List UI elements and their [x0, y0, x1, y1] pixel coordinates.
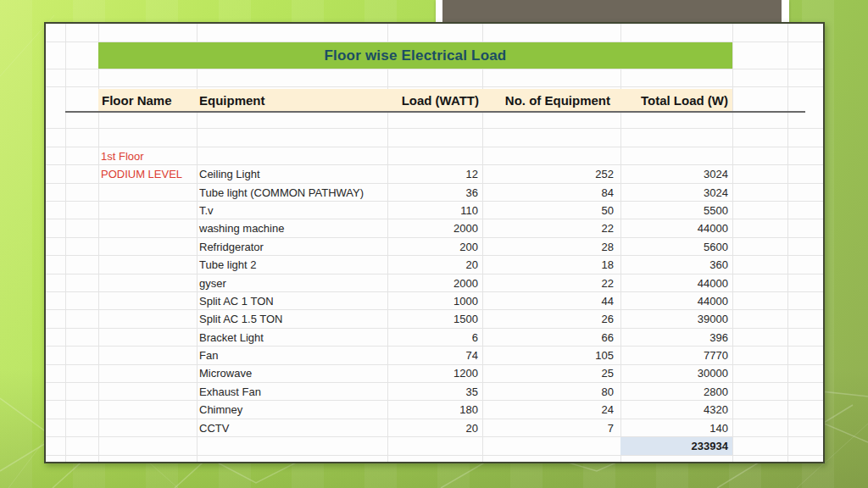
floor-cell	[98, 364, 197, 382]
table-row: CCTV207140	[98, 419, 732, 437]
total-cell: 30000	[620, 364, 732, 382]
table-row: Fan741057770	[98, 347, 732, 364]
header-floor-name: Floor Name	[98, 93, 197, 108]
slide-background: { "slide": { "title_placeholder": { "not…	[0, 0, 868, 488]
load-cell: 200	[387, 238, 482, 256]
count-cell	[482, 437, 620, 455]
table-row: gyser20002244000	[98, 274, 732, 292]
table-row: Bracket Light666396	[98, 329, 732, 347]
floor-cell	[98, 383, 197, 401]
load-cell: 6	[387, 329, 482, 347]
header-no-of-equipment: No. of Equipment	[482, 93, 620, 108]
table-rows: 1st FloorPODIUM LEVELCeiling Light122523…	[98, 147, 732, 456]
equipment-cell: T.v	[197, 202, 387, 219]
equipment-cell: Tube light 2	[197, 256, 387, 274]
total-cell: 140	[620, 419, 732, 437]
total-cell: 3024	[620, 165, 732, 183]
header-total-load: Total Load (W)	[620, 93, 732, 108]
equipment-cell: Tube light (COMMON PATHWAY)	[197, 184, 387, 202]
total-cell: 5500	[620, 202, 732, 219]
load-cell: 36	[387, 184, 482, 202]
floor-cell	[98, 437, 197, 455]
table-row: Exhaust Fan35802800	[98, 383, 732, 401]
table-title: Floor wise Electrical Load	[325, 47, 507, 64]
equipment-cell: Ceiling Light	[197, 165, 387, 183]
total-cell: 396	[620, 329, 732, 347]
gridline-horizontal	[46, 69, 823, 69]
total-cell: 44000	[620, 274, 732, 292]
title-placeholder-bar	[442, 0, 782, 23]
load-cell: 20	[387, 256, 482, 274]
table-row: PODIUM LEVELCeiling Light122523024	[98, 165, 732, 183]
header-underline	[65, 111, 805, 113]
floor-cell: 1st Floor	[98, 147, 197, 165]
count-cell: 24	[482, 401, 620, 419]
floor-cell	[98, 202, 197, 219]
load-cell: 1500	[387, 310, 482, 328]
equipment-cell	[197, 437, 387, 455]
total-cell: 4320	[620, 401, 732, 419]
load-cell: 1000	[387, 292, 482, 310]
floor-cell	[98, 184, 197, 202]
equipment-cell: Split AC 1.5 TON	[197, 310, 387, 328]
table-row: Tube light 22018360	[98, 256, 732, 274]
header-equipment: Equipment	[197, 93, 387, 108]
floor-cell	[98, 310, 197, 328]
load-cell: 35	[387, 383, 482, 401]
floor-cell	[98, 329, 197, 347]
count-cell: 252	[482, 165, 620, 183]
table-row: washing machine20002244000	[98, 219, 732, 237]
load-cell: 1200	[387, 364, 482, 382]
equipment-cell: gyser	[197, 274, 387, 292]
count-cell: 18	[482, 256, 620, 274]
total-cell: 7770	[620, 347, 732, 364]
count-cell: 22	[482, 274, 620, 292]
table-row: 1st Floor	[98, 147, 732, 165]
count-cell: 84	[482, 184, 620, 202]
load-cell: 2000	[387, 219, 482, 237]
load-cell	[387, 147, 482, 165]
table-row: Chimney180244320	[98, 401, 732, 419]
count-cell: 80	[482, 383, 620, 401]
total-cell: 233934	[620, 437, 732, 455]
count-cell: 7	[482, 419, 620, 437]
header-load-watt: Load (WATT)	[387, 93, 482, 108]
count-cell: 25	[482, 364, 620, 382]
table-row: Split AC 1.5 TON15002639000	[98, 310, 732, 328]
total-cell: 360	[620, 256, 732, 274]
equipment-cell: CCTV	[197, 419, 387, 437]
equipment-cell: Microwave	[197, 364, 387, 382]
table-row: Tube light (COMMON PATHWAY)36843024	[98, 184, 732, 202]
table-title-bar: Floor wise Electrical Load	[98, 42, 732, 69]
equipment-cell: washing machine	[197, 219, 387, 237]
equipment-cell	[197, 147, 387, 165]
count-cell: 105	[482, 347, 620, 364]
load-cell	[387, 437, 482, 455]
table-row: T.v110505500	[98, 202, 732, 219]
total-cell: 44000	[620, 292, 732, 310]
floor-cell	[98, 256, 197, 274]
total-cell: 5600	[620, 238, 732, 256]
floor-cell	[98, 238, 197, 256]
grand-total-row: 233934	[98, 437, 732, 455]
total-cell: 39000	[620, 310, 732, 328]
floor-cell	[98, 292, 197, 310]
table-row: Split AC 1 TON10004444000	[98, 292, 732, 310]
count-cell: 22	[482, 219, 620, 237]
load-cell: 180	[387, 401, 482, 419]
count-cell: 50	[482, 202, 620, 219]
total-cell: 44000	[620, 219, 732, 237]
spreadsheet-screenshot: Floor wise Electrical Load Floor Name Eq…	[44, 22, 825, 463]
floor-cell	[98, 401, 197, 419]
floor-cell: PODIUM LEVEL	[98, 165, 197, 183]
equipment-cell: Refridgerator	[197, 238, 387, 256]
total-cell: 3024	[620, 184, 732, 202]
column-header-row: Floor Name Equipment Load (WATT) No. of …	[98, 89, 732, 111]
equipment-cell: Chimney	[197, 401, 387, 419]
floor-cell	[98, 274, 197, 292]
total-cell	[620, 147, 732, 165]
equipment-cell: Bracket Light	[197, 329, 387, 347]
equipment-cell: Fan	[197, 347, 387, 364]
count-cell: 66	[482, 329, 620, 347]
floor-cell	[98, 219, 197, 237]
